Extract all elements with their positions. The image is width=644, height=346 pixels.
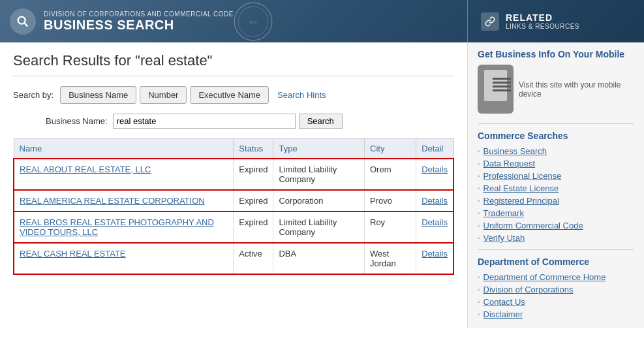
cell-detail: Details	[416, 159, 453, 190]
commerce-link[interactable]: Professional License	[483, 171, 562, 181]
col-status: Status	[234, 139, 273, 159]
bullet-icon: ◦	[478, 160, 480, 167]
cell-type: DBA	[273, 243, 365, 274]
cell-name: REAL ABOUT REAL ESTATE, LLC	[14, 159, 234, 190]
col-detail: Detail	[416, 139, 453, 159]
detail-link[interactable]: Details	[422, 217, 448, 227]
cell-type: Limited Liability Company	[273, 159, 365, 190]
search-magnifier-icon	[10, 8, 36, 35]
cell-name: REAL BROS REAL ESTATE PHOTOGRAPHY AND VI…	[14, 212, 234, 243]
dept-link[interactable]: Division of Corporations	[483, 285, 574, 294]
bullet-icon: ◦	[478, 298, 480, 306]
detail-link[interactable]: Details	[422, 249, 448, 259]
cell-status: Active	[234, 243, 273, 274]
sidebar-divider-1	[478, 123, 634, 124]
detail-link[interactable]: Details	[422, 196, 448, 206]
dept-link[interactable]: Contact Us	[483, 297, 525, 307]
result-name-link[interactable]: REAL BROS REAL ESTATE PHOTOGRAPHY AND VI…	[20, 217, 214, 237]
mobile-inner: Visit this site with your mobile device	[478, 65, 634, 114]
search-by-row: Search by: Business Name Number Executiv…	[13, 86, 454, 104]
bullet-icon: ◦	[478, 222, 480, 229]
bullet-icon: ◦	[478, 274, 480, 281]
table-row: REAL CASH REAL ESTATEActiveDBAWest Jorda…	[14, 243, 453, 274]
cell-status: Expired	[234, 212, 273, 243]
cell-detail: Details	[416, 190, 453, 212]
commerce-link[interactable]: Verify Utah	[483, 233, 525, 243]
search-by-label: Search by:	[13, 90, 54, 100]
search-field-label: Business Name:	[46, 116, 108, 126]
cell-status: Expired	[234, 190, 273, 212]
results-title: Search Results for "real estate"	[13, 52, 454, 76]
commerce-link[interactable]: Real Estate License	[483, 183, 559, 193]
page-body: Search Results for "real estate" Search …	[0, 42, 644, 328]
phone-lines	[493, 78, 511, 93]
sidebar-item: ◦Contact Us	[478, 297, 634, 307]
cell-name: REAL CASH REAL ESTATE	[14, 243, 234, 274]
sidebar-item: ◦Registered Principal	[478, 196, 634, 206]
sidebar-item: ◦Real Estate License	[478, 183, 634, 193]
commerce-link[interactable]: Business Search	[483, 146, 547, 156]
svg-point-0	[18, 16, 25, 24]
tab-business-name[interactable]: Business Name	[60, 86, 136, 104]
results-table: Name Status Type City Detail REAL ABOUT …	[13, 138, 454, 275]
tab-search-hints[interactable]: Search Hints	[272, 87, 331, 103]
cell-name: REAL AMERICA REAL ESTATE CORPORATION	[14, 190, 234, 212]
header-main-title: BUSINESS SEARCH	[44, 18, 234, 33]
commerce-links-list: ◦Business Search◦Data Request◦Profession…	[478, 146, 634, 243]
sidebar-item: ◦Department of Commerce Home	[478, 272, 634, 282]
sidebar: Get Business Info On Your Mobile Visit t…	[468, 42, 644, 328]
detail-link[interactable]: Details	[422, 165, 448, 174]
cell-city: West Jordan	[365, 243, 416, 274]
commerce-link[interactable]: Data Request	[483, 159, 536, 168]
result-name-link[interactable]: REAL CASH REAL ESTATE	[20, 249, 126, 259]
sidebar-item: ◦Trademark	[478, 208, 634, 218]
bullet-icon: ◦	[478, 197, 480, 204]
mobile-header: Get Business Info On Your Mobile	[478, 49, 634, 59]
sidebar-item: ◦Data Request	[478, 159, 634, 168]
table-row: REAL BROS REAL ESTATE PHOTOGRAPHY AND VI…	[14, 212, 453, 243]
results-tbody: REAL ABOUT REAL ESTATE, LLCExpiredLimite…	[14, 159, 453, 274]
phone-image	[478, 65, 514, 114]
dept-links-list: ◦Department of Commerce Home◦Division of…	[478, 272, 634, 319]
page-header: DIVISION OF CORPORATIONS AND COMMERCIAL …	[0, 0, 644, 42]
commerce-link[interactable]: Trademark	[483, 208, 524, 218]
sidebar-item: ◦Business Search	[478, 146, 634, 156]
phone-screen	[484, 70, 507, 101]
main-content: Search Results for "real estate" Search …	[0, 42, 468, 328]
sidebar-divider-2	[478, 249, 634, 250]
dept-link[interactable]: Disclaimer	[483, 309, 523, 319]
cell-detail: Details	[416, 243, 453, 274]
header-right: RELATED LINKS & RESOURCES	[468, 12, 644, 31]
sidebar-item: ◦Professional License	[478, 171, 634, 181]
search-button[interactable]: Search	[299, 114, 343, 129]
table-header-row: Name Status Type City Detail	[14, 139, 453, 159]
bullet-icon: ◦	[478, 210, 480, 217]
bullet-icon: ◦	[478, 172, 480, 180]
mobile-visit-text: Visit this site with your mobile device	[519, 80, 634, 99]
sidebar-item: ◦Uniform Commercial Code	[478, 221, 634, 230]
cell-type: Limited Liability Company	[273, 212, 365, 243]
bullet-icon: ◦	[478, 148, 480, 155]
commerce-link[interactable]: Uniform Commercial Code	[483, 221, 583, 230]
cell-status: Expired	[234, 159, 273, 190]
bullet-icon: ◦	[478, 234, 480, 242]
svg-line-1	[24, 23, 27, 26]
cell-type: Corporation	[273, 190, 365, 212]
header-title-block: DIVISION OF CORPORATIONS AND COMMERCIAL …	[44, 10, 234, 33]
col-name: Name	[14, 139, 234, 159]
tab-executive-name[interactable]: Executive Name	[190, 86, 269, 104]
col-type: Type	[273, 139, 365, 159]
table-row: REAL ABOUT REAL ESTATE, LLCExpiredLimite…	[14, 159, 453, 190]
result-name-link[interactable]: REAL ABOUT REAL ESTATE, LLC	[20, 165, 151, 174]
mobile-section: Get Business Info On Your Mobile Visit t…	[478, 49, 634, 114]
tab-number[interactable]: Number	[140, 86, 187, 104]
result-name-link[interactable]: REAL AMERICA REAL ESTATE CORPORATION	[20, 196, 205, 206]
cell-detail: Details	[416, 212, 453, 243]
state-seal: SEAL	[234, 2, 273, 41]
search-input[interactable]	[113, 114, 296, 129]
dept-link[interactable]: Department of Commerce Home	[483, 272, 606, 282]
table-header: Name Status Type City Detail	[14, 139, 453, 159]
commerce-link[interactable]: Registered Principal	[483, 196, 559, 206]
bullet-icon: ◦	[478, 311, 480, 318]
cell-city: Orem	[365, 159, 416, 190]
